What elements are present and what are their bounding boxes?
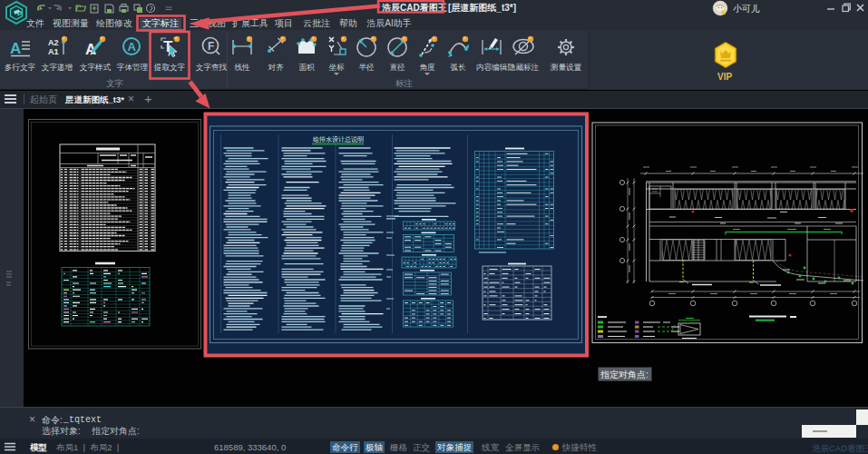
svg-text:指定对角点:: 指定对角点: — [600, 370, 649, 380]
svg-text:给排水设计总说明: 给排水设计总说明 — [313, 135, 364, 143]
